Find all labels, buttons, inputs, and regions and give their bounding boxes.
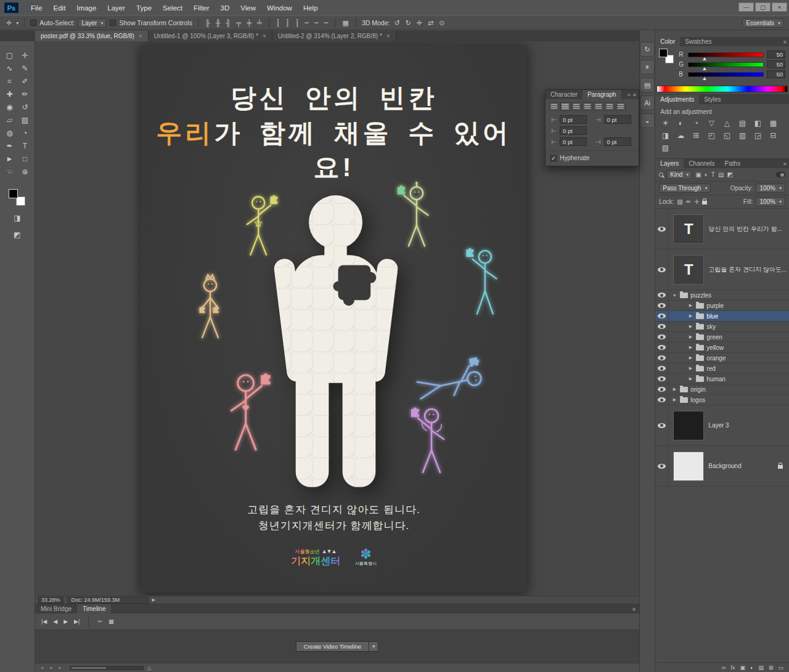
green-slider[interactable]: [688, 62, 764, 67]
visibility-toggle[interactable]: [655, 446, 669, 486]
go-to-first-frame-icon[interactable]: |◀: [41, 618, 47, 625]
menu-view[interactable]: View: [235, 2, 261, 14]
close-button[interactable]: ×: [772, 2, 787, 12]
layer-row-text2[interactable]: 고립을 혼자 견디지 않아도...: [655, 249, 789, 290]
notes-panel-icon[interactable]: ◒: [640, 113, 655, 128]
document-tab-poster[interactable]: poster.pdf @ 33.3% (blue, RGB/8)×: [35, 31, 149, 41]
space-after-field[interactable]: 0 pt: [604, 137, 631, 146]
tab-channels[interactable]: Channels: [684, 159, 719, 168]
posterize-icon[interactable]: ◱: [722, 131, 732, 140]
clone-stamp-tool[interactable]: ◉: [2, 100, 17, 113]
visibility-toggle[interactable]: [655, 301, 669, 310]
align-horizontal-centers-icon[interactable]: ╫: [215, 19, 222, 26]
layer-row-layer3[interactable]: Layer 3: [655, 405, 789, 446]
brush-tool[interactable]: ✏: [17, 87, 33, 100]
move-tool[interactable]: ✛: [17, 49, 33, 62]
indent-left-field[interactable]: 0 pt: [560, 115, 587, 124]
tab-adjustments[interactable]: Adjustments: [655, 95, 699, 104]
delete-layer-icon[interactable]: ▭: [778, 665, 783, 671]
layer-row-text1[interactable]: 당신 안의 빈칸 우리가 함...: [655, 209, 789, 249]
black-white-icon[interactable]: ▦: [768, 118, 778, 128]
expand-arrow-icon[interactable]: [671, 397, 677, 402]
tab-styles[interactable]: Styles: [699, 95, 726, 104]
create-video-timeline-button[interactable]: Create Video Timeline: [296, 641, 369, 652]
previous-frame-icon[interactable]: ◀: [53, 618, 57, 625]
align-right-edges-icon[interactable]: ╢: [225, 19, 232, 26]
zoom-slider-icon[interactable]: △: [147, 665, 151, 671]
visibility-toggle[interactable]: [655, 209, 669, 249]
adjustment-extra-icon[interactable]: ▧: [660, 143, 670, 152]
3d-roll-icon[interactable]: ↻: [404, 19, 412, 27]
layer-row-group-origin[interactable]: origin: [655, 384, 789, 395]
filter-on-off-toggle[interactable]: [776, 172, 785, 177]
expand-arrow-icon[interactable]: [687, 303, 693, 308]
threshold-icon[interactable]: ▥: [737, 131, 747, 140]
layer-row-group-human[interactable]: human: [655, 374, 789, 384]
hyphenate-checkbox[interactable]: ✓: [550, 155, 557, 161]
filter-adjustment-layers-icon[interactable]: ◐: [705, 171, 708, 178]
zoom-tool[interactable]: ⊕: [17, 165, 33, 178]
distribute-right-icon[interactable]: ┉: [323, 19, 330, 27]
scrollbar-thumb[interactable]: [72, 667, 106, 669]
distribute-bottom-icon[interactable]: ┋: [294, 19, 301, 27]
distribute-vcenter-icon[interactable]: ┋: [284, 19, 291, 27]
levels-icon[interactable]: ◐: [676, 118, 685, 128]
foreground-color-swatch[interactable]: [9, 189, 18, 198]
distribute-left-icon[interactable]: ┉: [304, 19, 311, 27]
blue-value-field[interactable]: 50: [767, 70, 785, 78]
slider-thumb[interactable]: [703, 57, 706, 60]
layer-row-group-yellow[interactable]: yellow: [655, 342, 789, 353]
visibility-toggle[interactable]: [655, 311, 669, 321]
panel-menu-icon[interactable]: ≡: [633, 92, 636, 98]
selective-color-icon[interactable]: ⊟: [768, 131, 778, 140]
visibility-toggle[interactable]: [655, 332, 669, 342]
layer-row-background[interactable]: Background: [655, 446, 789, 487]
layer-row-group-green[interactable]: green: [655, 332, 789, 342]
layer-thumbnail[interactable]: [673, 451, 704, 481]
fill-field[interactable]: 100%▾: [756, 197, 785, 206]
align-top-edges-icon[interactable]: ╤: [235, 19, 242, 26]
tab-swatches[interactable]: Swatches: [680, 37, 716, 46]
eyedropper-tool[interactable]: ✐: [17, 75, 33, 87]
tab-layers[interactable]: Layers: [655, 159, 684, 168]
align-vertical-centers-icon[interactable]: ╪: [245, 19, 253, 26]
blur-tool[interactable]: ◍: [2, 126, 17, 139]
green-value-field[interactable]: 50: [767, 60, 785, 68]
vibrance-icon[interactable]: △: [722, 118, 732, 128]
lock-position-icon[interactable]: ✛: [694, 198, 699, 205]
tab-timeline[interactable]: Timeline: [77, 604, 111, 613]
layer-row-group-purple[interactable]: purple: [655, 301, 789, 311]
menu-edit[interactable]: Edit: [48, 2, 72, 14]
menu-window[interactable]: Window: [261, 2, 298, 14]
exposure-icon[interactable]: ▽: [706, 118, 716, 128]
curves-icon[interactable]: ◔: [691, 118, 701, 128]
auto-select-target-dropdown[interactable]: Layer▾: [78, 18, 107, 28]
audio-icon[interactable]: [57, 666, 62, 670]
text-layer-thumbnail[interactable]: [673, 255, 704, 285]
maximize-button[interactable]: ▢: [755, 2, 771, 12]
rectangular-marquee-tool[interactable]: ▢: [2, 49, 17, 62]
panel-menu-icon[interactable]: ≡: [783, 161, 787, 167]
red-value-field[interactable]: 50: [767, 51, 785, 59]
hue-saturation-icon[interactable]: ▤: [737, 118, 747, 128]
justify-last-center-button[interactable]: [594, 102, 603, 111]
poster-document[interactable]: 당신 안의 빈칸 우리가 함께 채울 수 있어요!: [141, 45, 527, 593]
link-layers-icon[interactable]: ∞: [722, 665, 726, 671]
filter-pixel-layers-icon[interactable]: ▣: [695, 171, 701, 178]
timeline-zoom-scrollbar[interactable]: [70, 666, 144, 670]
menu-help[interactable]: Help: [298, 2, 324, 14]
3d-slide-icon[interactable]: ⇄: [427, 19, 435, 27]
tab-paragraph[interactable]: Paragraph: [583, 90, 621, 99]
menu-layer[interactable]: Layer: [102, 2, 131, 14]
expand-arrow-icon[interactable]: [687, 334, 693, 339]
justify-all-button[interactable]: [616, 102, 626, 111]
space-before-field[interactable]: 0 pt: [560, 137, 587, 146]
align-bottom-edges-icon[interactable]: ╧: [256, 19, 263, 26]
screen-mode-button[interactable]: ◩: [14, 228, 20, 241]
lasso-tool[interactable]: ∿: [2, 62, 17, 75]
foreground-background-swatches[interactable]: [7, 188, 27, 208]
close-tab-icon[interactable]: ×: [263, 33, 266, 39]
filter-group-layers-icon[interactable]: ▤: [718, 171, 724, 178]
menu-file[interactable]: File: [25, 2, 48, 14]
justify-last-right-button[interactable]: [605, 102, 615, 111]
